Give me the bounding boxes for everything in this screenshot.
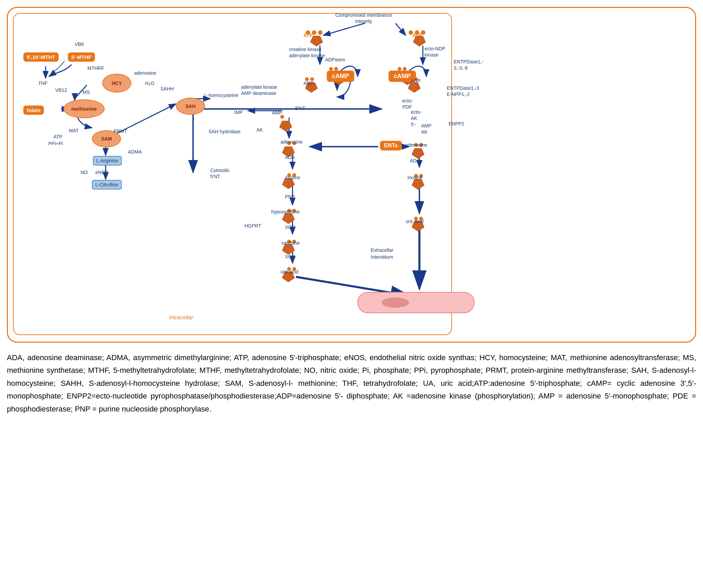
label-ecto-pdf: ecto-PDF (402, 98, 413, 110)
label-xod1: XOD (285, 224, 295, 230)
caption-text: ADA, adenosine deaminase; ADMA, asymmetr… (7, 351, 696, 415)
label-ecto-ndp: ecto-NDPkinase (425, 46, 445, 58)
label-pnp: PNP (285, 194, 295, 199)
label-adenosine-right: adenosine (405, 142, 427, 148)
svg-rect-73 (358, 292, 474, 313)
label-imp: IMP (234, 110, 243, 115)
label-5nt: 5'NT (295, 106, 305, 111)
label-hgprt: HGPRT (245, 223, 261, 229)
label-thf: THF (38, 81, 47, 86)
box-mtht: 5',10'-MTHT (23, 52, 59, 62)
label-mat: MAT (69, 128, 79, 133)
label-extracellar: ExtracellarInterstitum (371, 247, 393, 260)
pathway-arrows (8, 8, 695, 342)
label-ada1: ADA (285, 155, 295, 160)
svg-line-25 (395, 23, 406, 35)
box-floate: folate (23, 106, 44, 115)
box-ents: ENTs (380, 141, 402, 150)
label-creatine-kinase: creatine kinaseadenylate kinase (289, 46, 325, 59)
main-container: 5',10'-MTHT 5'-MTHF cAMP cAMP ENTs folat… (7, 7, 696, 415)
svg-point-37 (329, 67, 333, 71)
label-inosine-right: inosine (407, 175, 422, 180)
label-ecto-ak: ecto-AK5'- (411, 109, 421, 128)
label-no: NO (81, 170, 88, 175)
svg-point-41 (281, 115, 284, 119)
label-ada-right: ADA (410, 158, 420, 163)
ellipse-methionine: methionine (63, 99, 105, 118)
label-entp2: ENTPDase1,-3E-NPP1,-2 (447, 85, 479, 97)
svg-line-26 (323, 23, 365, 35)
label-atp1: ATP (303, 33, 313, 38)
label-vb6: VB6 (75, 41, 84, 47)
label-entp1: ENTPDase1,-3,-3,-8 (454, 59, 483, 71)
label-atp-mat: ATP (53, 134, 62, 139)
label-enos: eNOS (95, 170, 108, 175)
label-adpases: ADPases (325, 57, 345, 62)
label-lhomocysteine: L-homocysteine (204, 93, 238, 98)
label-intracellar: Intracellar (169, 315, 193, 321)
label-ak: AK (257, 127, 263, 133)
svg-point-74 (382, 297, 409, 308)
box-lcitrulline: L-Citrulline (92, 180, 122, 189)
box-larginine: L-Arginine (93, 156, 122, 166)
label-adma: ADMA (128, 149, 142, 155)
label-atp-right: ATP (413, 33, 422, 38)
ellipse-hcy: HCY (102, 74, 131, 93)
label-vb12: VB12 (55, 87, 67, 93)
label-uric-acid-right: uric acid (406, 219, 424, 224)
label-h2o: H₂O (145, 81, 154, 86)
label-adp-right: ADP (411, 78, 421, 84)
label-adenosine-mid: adenosine (281, 139, 303, 145)
label-inosine-mid: inosine (285, 175, 300, 180)
label-compromised: Compromised membranceintegrity (335, 12, 392, 24)
box-mthf: 5'-MTHF (68, 52, 95, 62)
label-xod2: XOD (285, 254, 295, 259)
label-amp-ak: AMPAK (421, 123, 431, 135)
label-hypoxanthine: hypoxanthine (271, 209, 300, 215)
svg-marker-61 (408, 83, 420, 93)
svg-marker-71 (412, 179, 424, 189)
svg-point-39 (398, 67, 401, 71)
label-sah-hydrolase: SAH hydrolase (208, 129, 240, 134)
label-adp1: ADP (303, 81, 313, 86)
svg-point-29 (318, 30, 322, 35)
label-pppi: PPi+Pi (48, 141, 63, 146)
label-mthrf: MTHRF (87, 65, 104, 71)
svg-marker-70 (412, 148, 424, 159)
box-camp1: cAMP (327, 71, 354, 82)
label-sahh: SAHH (160, 86, 174, 91)
svg-point-38 (334, 67, 338, 71)
label-uric-acid-mid: uric acid (281, 269, 298, 274)
label-amp: AMP (272, 110, 282, 115)
label-enpp2: ENPP2 (449, 121, 464, 126)
label-adenylate-kinase: adenylate kinaseAMP deaminase (241, 84, 277, 96)
label-xanthine: xanthine (282, 240, 300, 246)
label-ms: MS (83, 89, 90, 95)
diagram-wrapper: 5',10'-MTHT 5'-MTHF cAMP cAMP ENTs folat… (7, 7, 696, 343)
svg-marker-64 (279, 121, 292, 131)
svg-point-40 (403, 67, 406, 71)
label-cytosolic: Cytosolic5'NT (210, 167, 230, 180)
ellipse-sah: SAH (176, 98, 205, 115)
label-adenosine-top: adenosine (134, 70, 156, 76)
label-prmt: PRMT (114, 128, 127, 134)
